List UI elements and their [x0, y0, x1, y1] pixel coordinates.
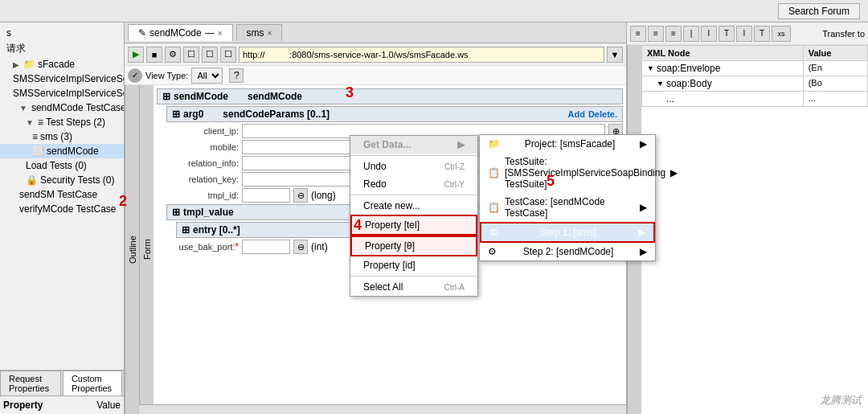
right-btn-7[interactable]: I [736, 26, 752, 42]
center-toolbar: ▶ ■ ⚙ ☐ ☐ ☐ ▼ [125, 43, 626, 66]
val-envelope: (En [803, 61, 867, 76]
ctx-sep1 [350, 155, 477, 156]
right-btn-8[interactable]: T [754, 26, 770, 42]
arg-label: arg0 [183, 109, 203, 120]
sidebar-item-sendmcode-tc[interactable]: ▼sendMCode TestCase [0, 100, 124, 115]
right-btn-align-right[interactable]: ≡ [665, 26, 682, 42]
tab-sendmcode[interactable]: ✎ sendMCode — × [128, 24, 233, 41]
ctx-select-all[interactable]: Select All Ctrl-A [350, 278, 477, 296]
tab-sms[interactable]: sms × [236, 24, 283, 41]
value-col-header: Value [96, 400, 121, 411]
get-data-submenu: 📁 Project: [smsFacade] ▶ 📋 TestSuite: [S… [479, 134, 626, 261]
right-panel: ≡ ≡ ≡ | I T I T xs Transfer to XML XML N… [627, 23, 868, 414]
play-button[interactable]: ▶ [128, 47, 144, 63]
delete-btn[interactable]: Delete. [588, 109, 617, 119]
ctx-get-data[interactable]: Get Data... ▶ [350, 136, 477, 154]
expand-envelope[interactable]: ▼ [647, 64, 654, 72]
sidebar-item-sendmcode[interactable]: ⬜sendMCode [0, 144, 124, 158]
tab-close-sendmcode[interactable]: × [218, 29, 223, 38]
table-row-child: ... ... [642, 92, 868, 107]
sidebar-item-verifymcode[interactable]: verifyMCode TestCase [0, 202, 124, 216]
sidebar-item-smsservice[interactable]: SMSServiceImplServiceSoapBinding [0, 72, 124, 86]
view-type-select[interactable]: All [191, 68, 223, 84]
sidebar-bottom-section: Request Properties Custom Properties Pro… [0, 370, 124, 414]
sidebar-item-teststeps[interactable]: ▼≡Test Steps (2) [0, 115, 124, 129]
url-dropdown[interactable]: ▼ [607, 47, 623, 63]
submenu-testcase[interactable]: 📋 TestCase: [sendMCode TestCase] ▶ [480, 193, 626, 222]
submenu-step2[interactable]: ⚙ Step 2: [sendMCode] ▶ [480, 243, 626, 260]
submenu-step1[interactable]: ⚙ Step 1: [sms] ▶ [480, 222, 626, 243]
context-menu-overlay: Get Data... ▶ Undo Ctrl-Z Redo Ctrl-Y Cr… [350, 135, 478, 297]
sidebar-item-loadtests[interactable]: Load Tests (0) [0, 158, 124, 173]
ctx-property-tel[interactable]: Property [tel] [350, 215, 477, 236]
right-btn-4[interactable]: | [683, 26, 699, 42]
expand-body[interactable]: ▼ [657, 80, 664, 88]
table-row-body: ▼ soap:Body (Bo [642, 76, 868, 92]
ctx-redo[interactable]: Redo Ctrl-Y [350, 175, 477, 193]
transfer-to-label: Transfer to [822, 29, 865, 39]
val-body: (Bo [803, 76, 867, 92]
sidebar-item-smsservice-ts[interactable]: SMSServiceImplServiceSoapBinding TestSui… [0, 86, 124, 100]
left-sidebar: s 请求 ▶📁sFacade SMSServiceImplServiceSoap… [0, 23, 125, 414]
table-row-envelope: ▼ soap:Envelope (En [642, 61, 868, 76]
submenu-project[interactable]: 📁 Project: [smsFacade] ▶ [480, 135, 626, 153]
center-tab-bar: ✎ sendMCode — × sms × [125, 23, 626, 43]
tmpl-id-action[interactable]: ⊖ [293, 188, 308, 203]
form-section-header: ⊞ sendMCode sendMCode [157, 88, 623, 105]
ctx-property-id[interactable]: Property [id] [350, 256, 477, 274]
center-panel: ✎ sendMCode — × sms × ▶ ■ ⚙ ☐ ☐ ☐ ▼ ✓ Vi… [125, 23, 627, 414]
toolbar-btn-3[interactable]: ⚙ [165, 47, 181, 63]
col-xml-node: XML Node [642, 46, 804, 61]
url-input[interactable] [239, 47, 604, 63]
tab-label-sms: sms [247, 27, 264, 39]
view-type-bar: ✓ View Type: All ? [125, 66, 626, 85]
form-panel: Outline Form ⊞ sendMCode sendMCode ⊞ arg… [125, 85, 626, 414]
search-forum-button[interactable]: Search Forum [778, 3, 860, 19]
toolbar-btn-6[interactable]: ☐ [220, 47, 236, 63]
node-body: soap:Body [666, 78, 712, 89]
toolbar-btn-4[interactable]: ☐ [183, 47, 199, 63]
xml-tree-table: XML Node Value ▼ soap:Envelope [641, 45, 868, 107]
outline-label: Outline [125, 85, 139, 414]
ctx-undo[interactable]: Undo Ctrl-Z [350, 158, 477, 175]
right-xml-content: XML Node Value ▼ soap:Envelope [641, 45, 868, 414]
sidebar-item-sendsm[interactable]: sendSM TestCase [0, 187, 124, 202]
input-use-bak-port[interactable] [242, 240, 290, 254]
tab-close-sms[interactable]: × [268, 29, 272, 38]
stop-button[interactable]: ■ [146, 47, 162, 63]
toolbar-btn-5[interactable]: ☐ [202, 47, 218, 63]
tab-request-properties[interactable]: Request Properties [0, 371, 61, 396]
tab-label: sendMCode [149, 27, 202, 39]
sidebar-item-sms[interactable]: ≡sms (3) [0, 129, 124, 144]
center-scrollbar-h[interactable] [139, 404, 626, 414]
right-btn-xs[interactable]: xs [772, 26, 791, 42]
submenu-testsuite[interactable]: 📋 TestSuite: [SMSServiceImplServiceSoapB… [480, 153, 626, 193]
property-col-header: Property [3, 400, 90, 411]
add-btn[interactable]: Add [568, 109, 585, 119]
input-tmpl-id[interactable] [242, 188, 290, 203]
top-bar: Search Forum [0, 0, 868, 23]
sidebar-item-sfacade[interactable]: ▶📁sFacade [0, 57, 124, 72]
tab-custom-properties[interactable]: Custom Properties [63, 371, 122, 396]
main-layout: s 请求 ▶📁sFacade SMSServiceImplServiceSoap… [0, 23, 868, 414]
node-child: ... [666, 93, 674, 105]
ctx-property-theta[interactable]: Property [θ] [350, 236, 477, 256]
right-panel-content: XML XML Node Value ▼ [627, 45, 868, 414]
checkmark-icon[interactable]: ✓ [128, 68, 142, 83]
sidebar-bottom-content: Property Value [0, 396, 124, 414]
right-btn-5[interactable]: I [701, 26, 717, 42]
sidebar-item-qingqiu[interactable]: 请求 [0, 40, 124, 57]
info-button[interactable]: ? [229, 68, 244, 83]
ctx-create-new[interactable]: Create new... [350, 197, 477, 215]
right-btn-align-left[interactable]: ≡ [630, 26, 646, 42]
node-envelope: soap:Envelope [657, 63, 720, 74]
col-value: Value [803, 46, 867, 61]
right-toolbar: ≡ ≡ ≡ | I T I T xs Transfer to [627, 23, 868, 45]
right-btn-6[interactable]: T [719, 26, 735, 42]
sidebar-item-securitytests[interactable]: 🔒Security Tests (0) [0, 173, 124, 187]
right-btn-align-center[interactable]: ≡ [648, 26, 664, 42]
sidebar-item-s[interactable]: s [0, 26, 124, 40]
use-bak-port-action[interactable]: ⊖ [293, 240, 308, 254]
ctx-sep2 [350, 195, 477, 195]
watermark: 龙腾测试 [820, 393, 862, 408]
